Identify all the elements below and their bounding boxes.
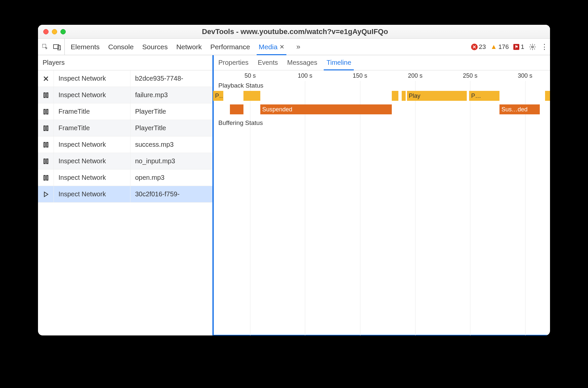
toolbar-left-group [41, 39, 65, 55]
window-title: DevTools - www.youtube.com/watch?v=e1gAy… [66, 27, 524, 36]
player-title: open.mp3 [130, 170, 212, 186]
tick-label: 300 s [518, 72, 532, 79]
player-title: PlayerTitle [130, 120, 212, 136]
player-frame-title: Inspect Network [54, 136, 130, 153]
inspect-element-icon[interactable] [41, 42, 50, 52]
zoom-window-button[interactable] [60, 29, 66, 34]
error-icon: ✕ [471, 44, 478, 50]
player-status-icon [38, 87, 54, 103]
player-row[interactable]: Inspect Networksuccess.mp3 [38, 136, 212, 153]
player-status-icon [38, 153, 54, 169]
suspended-segment[interactable]: Suspended [260, 104, 392, 114]
close-window-button[interactable] [43, 29, 49, 34]
svg-rect-5 [47, 93, 48, 97]
sidebar-header: Players [38, 55, 212, 70]
player-frame-title: Inspect Network [54, 70, 130, 87]
device-toolbar-icon[interactable] [53, 42, 62, 52]
gridline [470, 81, 470, 335]
player-row[interactable]: Inspect Networkno_input.mp3 [38, 153, 212, 170]
more-options-icon[interactable]: ⋮ [541, 43, 547, 51]
gridlines [213, 81, 550, 335]
tab-media-label: Media [259, 43, 277, 51]
gridline [415, 81, 416, 335]
devtools-toolbar: Elements Console Sources Network Perform… [38, 39, 550, 55]
playback-status-label: Playback Status [218, 82, 263, 89]
tick-label: 250 s [463, 72, 477, 79]
tab-performance[interactable]: Performance [210, 39, 250, 55]
play-segment[interactable] [392, 91, 398, 101]
player-title: no_input.mp3 [130, 153, 212, 169]
player-frame-title: Inspect Network [54, 186, 130, 202]
play-segment[interactable]: P… [469, 91, 499, 101]
tab-sources[interactable]: Sources [142, 39, 168, 55]
warning-icon: ▲ [491, 44, 497, 50]
svg-rect-6 [44, 109, 45, 114]
svg-rect-7 [47, 109, 48, 114]
tab-console[interactable]: Console [108, 39, 134, 55]
player-title: b2dce935-7748- [130, 70, 212, 87]
issues-badge[interactable]: ⚑ 1 [513, 43, 524, 51]
subtab-messages[interactable]: Messages [287, 55, 317, 70]
player-status-icon [38, 170, 54, 186]
titlebar: DevTools - www.youtube.com/watch?v=e1gAy… [38, 25, 550, 39]
settings-icon[interactable] [529, 43, 536, 51]
player-frame-title: Inspect Network [54, 170, 130, 186]
player-row[interactable]: Inspect Networkopen.mp3 [38, 170, 212, 186]
play-segment[interactable] [243, 91, 260, 101]
media-subtabs: Properties Events Messages Timeline [213, 55, 550, 70]
tab-elements[interactable]: Elements [71, 39, 100, 55]
issues-count: 1 [521, 43, 524, 51]
gridline [305, 81, 305, 335]
suspended-segment[interactable]: Sus…ded [499, 104, 540, 114]
player-frame-title: Inspect Network [54, 153, 130, 169]
warnings-count: 176 [498, 43, 509, 51]
player-status-icon [38, 70, 54, 87]
flag-icon: ⚑ [513, 44, 519, 50]
buffering-status-label: Buffering Status [218, 119, 263, 127]
player-frame-title: FrameTitle [54, 103, 130, 120]
player-status-icon [38, 103, 54, 120]
svg-rect-10 [44, 142, 45, 147]
player-row[interactable]: Inspect Networkb2dce935-7748- [38, 70, 212, 87]
play-segment[interactable] [402, 91, 406, 101]
player-status-icon [38, 136, 54, 153]
svg-rect-8 [44, 126, 45, 131]
svg-rect-4 [44, 93, 45, 97]
player-row[interactable]: FrameTitlePlayerTitle [38, 120, 212, 136]
tick-label: 100 s [298, 72, 312, 79]
svg-rect-11 [47, 142, 48, 147]
tick-label: 200 s [408, 72, 423, 79]
tick-label: 50 s [244, 72, 256, 79]
player-row[interactable]: FrameTitlePlayerTitle [38, 103, 212, 120]
suspended-row: SuspendedSus…ded [213, 104, 550, 114]
svg-rect-13 [47, 159, 48, 164]
svg-rect-9 [47, 126, 48, 131]
player-title: 30c2f016-f759- [130, 186, 212, 202]
suspended-segment[interactable] [230, 104, 243, 114]
toolbar-right-group: ✕ 23 ▲ 176 ⚑ 1 ⋮ [471, 43, 547, 51]
warnings-badge[interactable]: ▲ 176 [491, 43, 509, 51]
play-segment[interactable]: Play [407, 91, 467, 101]
player-row[interactable]: Inspect Network30c2f016-f759- [38, 186, 212, 203]
player-status-icon [38, 120, 54, 136]
tab-close-icon[interactable]: ✕ [279, 43, 284, 51]
player-title: failure.mp3 [130, 87, 212, 103]
errors-badge[interactable]: ✕ 23 [471, 43, 486, 51]
tab-media[interactable]: Media ✕ [259, 39, 284, 55]
player-status-icon [38, 186, 54, 202]
panel-tabs: Elements Console Sources Network Perform… [71, 39, 300, 55]
player-title: PlayerTitle [130, 103, 212, 120]
more-tabs-icon[interactable]: » [296, 43, 300, 51]
timeline-area[interactable]: 50 s100 s150 s200 s250 s300 s Playback S… [213, 70, 550, 335]
subtab-events[interactable]: Events [258, 55, 278, 70]
player-row[interactable]: Inspect Networkfailure.mp3 [38, 87, 212, 103]
main-panel: Properties Events Messages Timeline 50 s… [213, 55, 550, 335]
tab-network[interactable]: Network [176, 39, 202, 55]
gridline [525, 81, 526, 335]
minimize-window-button[interactable] [52, 29, 57, 34]
play-segment[interactable]: P… [213, 91, 223, 101]
play-segment[interactable] [545, 91, 550, 101]
subtab-properties[interactable]: Properties [218, 55, 248, 70]
player-title: success.mp3 [130, 136, 212, 153]
subtab-timeline[interactable]: Timeline [326, 55, 351, 70]
